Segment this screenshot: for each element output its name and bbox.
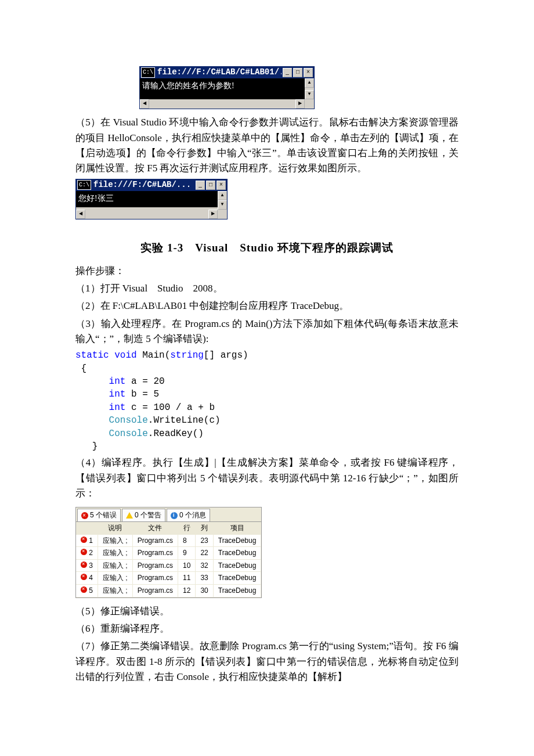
minimize-button[interactable]: _ bbox=[283, 68, 292, 77]
tab-warnings[interactable]: 0 个警告 bbox=[122, 509, 165, 521]
scroll-right-icon[interactable]: ▶ bbox=[208, 210, 218, 219]
code-kw: int bbox=[109, 389, 126, 399]
cell-proj: TraceDebug bbox=[213, 547, 261, 560]
cell-desc: 应输入 ; bbox=[98, 572, 133, 585]
table-row[interactable]: 3应输入 ;Program.cs1032TraceDebug bbox=[76, 559, 261, 572]
cell-file: Program.cs bbox=[132, 547, 178, 560]
error-icon bbox=[81, 561, 87, 568]
cell-col: 32 bbox=[196, 559, 213, 572]
cell-line: 12 bbox=[178, 584, 196, 597]
tab-label: 5 个错误 bbox=[90, 510, 117, 521]
table-row[interactable]: 1应输入 ;Program.cs823TraceDebug bbox=[76, 534, 261, 547]
cell-line: 10 bbox=[178, 559, 196, 572]
cell-line: 11 bbox=[178, 572, 196, 585]
cmd-icon: C:\ bbox=[77, 180, 91, 190]
code-text: c = 100 / a + b bbox=[125, 402, 215, 413]
horizontal-scrollbar[interactable]: ◀ ▶ bbox=[140, 99, 314, 109]
step-1: （1）打开 Visual Studio 2008。 bbox=[75, 281, 459, 296]
code-kw: int bbox=[109, 376, 126, 387]
error-icon bbox=[81, 512, 88, 519]
code-kw: string bbox=[170, 350, 204, 361]
col-proj: 项目 bbox=[213, 522, 261, 534]
maximize-button[interactable]: □ bbox=[293, 68, 302, 77]
window-titlebar: C:\ file:///F:/C#LAB/... _ □ × bbox=[76, 179, 227, 191]
screenshot-console-2: C:\ file:///F:/C#LAB/... _ □ × 您好!张三 ▲ ▼… bbox=[75, 179, 459, 219]
steps-label: 操作步骤： bbox=[75, 264, 459, 279]
paragraph-step-5: （5）在 Visual Studio 环境中输入命令行参数并调试运行。鼠标右击解… bbox=[75, 115, 459, 176]
code-text: { bbox=[75, 363, 86, 374]
error-table: 说明 文件 行 列 项目 1应输入 ;Program.cs823TraceDeb… bbox=[76, 522, 261, 597]
code-text: } bbox=[75, 441, 98, 452]
table-row[interactable]: 2应输入 ;Program.cs922TraceDebug bbox=[76, 547, 261, 560]
info-icon bbox=[171, 512, 178, 519]
console-output: 您好!张三 bbox=[76, 191, 218, 207]
vertical-scrollbar[interactable]: ▲ ▼ bbox=[218, 191, 227, 210]
col-desc: 说明 bbox=[98, 522, 133, 534]
code-type: Console bbox=[109, 415, 148, 426]
window-title: file:///F:/C#LAB/... bbox=[93, 179, 194, 192]
cmd-icon: C:\ bbox=[141, 67, 155, 78]
cell-proj: TraceDebug bbox=[213, 559, 261, 572]
cell-line: 8 bbox=[178, 534, 196, 547]
cell-proj: TraceDebug bbox=[213, 572, 261, 585]
code-text: b = 5 bbox=[125, 389, 159, 399]
window-titlebar: C:\ file:///F:/C#LAB/C#LAB01/... _ □ × bbox=[140, 67, 314, 78]
tab-messages[interactable]: 0 个消息 bbox=[167, 509, 210, 521]
step-3: （3）输入处理程序。在 Program.cs 的 Main()方法下添加如下粗体… bbox=[75, 316, 459, 347]
console-output: 请输入您的姓名作为参数! bbox=[140, 78, 305, 99]
warning-icon bbox=[126, 512, 133, 519]
cell-col: 33 bbox=[196, 572, 213, 585]
cell-file: Program.cs bbox=[132, 534, 178, 547]
cell-proj: TraceDebug bbox=[213, 534, 261, 547]
cell-file: Program.cs bbox=[132, 559, 178, 572]
code-block: static void Main(string[] args) { int a … bbox=[75, 349, 459, 453]
step-2: （2）在 F:\C#LAB\LAB01 中创建控制台应用程序 TraceDebu… bbox=[75, 298, 459, 314]
vertical-scrollbar[interactable]: ▲ ▼ bbox=[305, 78, 314, 99]
window-title: file:///F:/C#LAB/C#LAB01/... bbox=[157, 66, 282, 79]
error-list-tabs: 5 个错误 0 个警告 0 个消息 bbox=[76, 507, 261, 522]
cell-proj: TraceDebug bbox=[213, 584, 261, 597]
cell-col: 30 bbox=[196, 584, 213, 597]
cell-line: 9 bbox=[178, 547, 196, 560]
close-button[interactable]: × bbox=[217, 181, 226, 190]
tab-label: 0 个警告 bbox=[135, 510, 161, 521]
scroll-left-icon[interactable]: ◀ bbox=[140, 99, 149, 109]
table-row[interactable]: 5应输入 ;Program.cs1230TraceDebug bbox=[76, 584, 261, 597]
maximize-button[interactable]: □ bbox=[206, 181, 215, 190]
code-text: .ReadKey() bbox=[148, 429, 204, 439]
tab-label: 0 个消息 bbox=[179, 510, 206, 521]
cell-file: Program.cs bbox=[132, 572, 178, 585]
cell-col: 22 bbox=[196, 547, 213, 560]
tab-errors[interactable]: 5 个错误 bbox=[77, 509, 121, 521]
scroll-left-icon[interactable]: ◀ bbox=[76, 210, 85, 219]
code-text: Main( bbox=[137, 350, 171, 361]
col-file: 文件 bbox=[132, 522, 178, 534]
col-col: 列 bbox=[196, 522, 213, 534]
document-page: C:\ file:///F:/C#LAB/C#LAB01/... _ □ × 请… bbox=[0, 0, 534, 722]
scroll-up-icon[interactable]: ▲ bbox=[305, 78, 314, 88]
error-icon bbox=[81, 586, 87, 593]
error-icon bbox=[81, 574, 87, 580]
step-4: （4）编译程序。执行【生成】|【生成解决方案】菜单命令，或者按 F6 键编译程序… bbox=[75, 455, 459, 501]
screenshot-console-1: C:\ file:///F:/C#LAB/C#LAB01/... _ □ × 请… bbox=[139, 66, 459, 109]
scroll-right-icon[interactable]: ▶ bbox=[295, 99, 305, 109]
table-header-row: 说明 文件 行 列 项目 bbox=[76, 522, 261, 534]
cell-desc: 应输入 ; bbox=[98, 559, 133, 572]
code-kw: int bbox=[109, 402, 126, 413]
scroll-down-icon[interactable]: ▼ bbox=[305, 90, 314, 99]
step-7: （7）修正第二类编译错误。故意删除 Program.cs 第一行的“using … bbox=[75, 639, 459, 685]
close-button[interactable]: × bbox=[304, 68, 313, 77]
cell-desc: 应输入 ; bbox=[98, 584, 133, 597]
error-list-panel: 5 个错误 0 个警告 0 个消息 说明 文件 行 列 项目 1应输入 ;Pro… bbox=[75, 507, 262, 597]
horizontal-scrollbar[interactable]: ◀ ▶ bbox=[76, 210, 227, 219]
scroll-down-icon[interactable]: ▼ bbox=[218, 200, 227, 210]
step-6: （6）重新编译程序。 bbox=[75, 621, 459, 636]
table-row[interactable]: 4应输入 ;Program.cs1133TraceDebug bbox=[76, 572, 261, 585]
section-heading: 实验 1-3 Visual Studio 环境下程序的跟踪调试 bbox=[75, 239, 459, 256]
scroll-up-icon[interactable]: ▲ bbox=[218, 191, 227, 200]
col-line: 行 bbox=[178, 522, 196, 534]
code-text: .WriteLine(c) bbox=[148, 415, 221, 426]
minimize-button[interactable]: _ bbox=[196, 181, 205, 190]
cell-file: Program.cs bbox=[132, 584, 178, 597]
code-text: [] args) bbox=[204, 350, 248, 361]
